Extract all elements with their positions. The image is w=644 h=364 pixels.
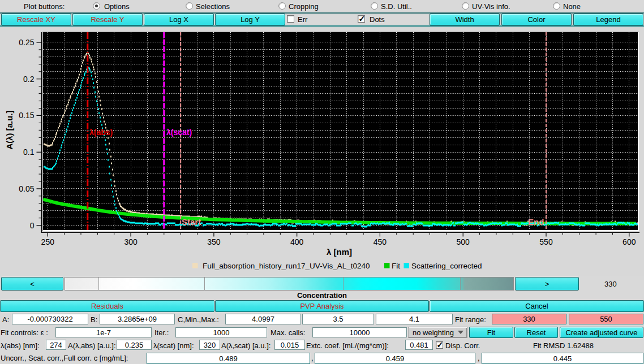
svg-text:400: 400 — [290, 237, 304, 246]
svg-text:300: 300 — [124, 237, 138, 246]
svg-text:0.05: 0.05 — [19, 184, 34, 193]
svg-text:Full_absorption_history_run17_: Full_absorption_history_run17_UV-Vis_AL_… — [203, 262, 370, 270]
svg-text:End: End — [528, 217, 544, 227]
svg-text:Scattering_corrected: Scattering_corrected — [411, 262, 482, 270]
svg-text:λ [nm]: λ [nm] — [327, 247, 352, 257]
svg-text:550: 550 — [539, 237, 553, 246]
svg-text:Fit: Fit — [392, 262, 400, 270]
svg-text:A(λ) [a.u.]: A(λ) [a.u.] — [5, 110, 14, 149]
svg-text:600: 600 — [622, 237, 636, 246]
svg-text:0: 0 — [30, 221, 35, 230]
svg-text:λ(scat): λ(scat) — [166, 128, 192, 137]
svg-text:500: 500 — [457, 237, 470, 246]
svg-text:0.25: 0.25 — [19, 38, 34, 47]
svg-text:λ(abs): λ(abs) — [89, 128, 113, 137]
svg-text:0.1: 0.1 — [23, 148, 35, 157]
svg-text:450: 450 — [373, 237, 387, 246]
svg-text:350: 350 — [207, 237, 221, 246]
svg-text:Start: Start — [182, 217, 201, 227]
svg-text:0.15: 0.15 — [19, 111, 34, 120]
svg-text:0.2: 0.2 — [23, 75, 35, 84]
svg-text:250: 250 — [41, 237, 55, 246]
